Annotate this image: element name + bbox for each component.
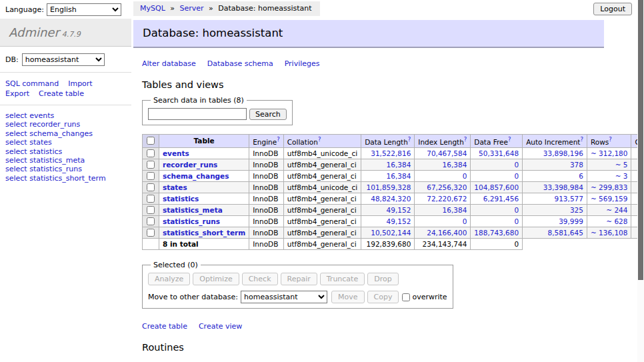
auto-increment-link[interactable]: 325 — [570, 206, 583, 214]
logout-button[interactable]: Logout — [593, 3, 632, 15]
row-checkbox[interactable] — [147, 195, 155, 203]
create-link[interactable]: Create table — [142, 322, 187, 331]
row-checkbox[interactable] — [147, 172, 155, 180]
data-length-link[interactable]: 16,384 — [387, 161, 411, 169]
breadcrumb-link[interactable]: MySQL — [140, 4, 165, 13]
vertical-scrollbar[interactable] — [637, 0, 644, 362]
rows-estimate-link[interactable]: ~ 569,159 — [591, 195, 628, 203]
select-link[interactable]: select — [5, 138, 27, 147]
optimize-button[interactable]: Optimize — [193, 273, 239, 285]
table-name-link[interactable]: statistics_short_term — [163, 229, 245, 237]
table-name-link[interactable]: statistics_runs — [163, 217, 220, 225]
data-length-link[interactable]: 16,384 — [387, 172, 411, 180]
sidebar-table-link[interactable]: statistics_short_term — [29, 174, 105, 183]
table-name-link[interactable]: statistics_meta — [163, 206, 223, 214]
table-name-link[interactable]: events — [163, 149, 189, 157]
scrollbar-thumb[interactable] — [638, 0, 643, 280]
help-link[interactable]: ? — [464, 136, 467, 143]
row-checkbox[interactable] — [147, 183, 155, 191]
database-action-link[interactable]: Database schema — [207, 59, 273, 68]
table-name-link[interactable]: schema_changes — [163, 172, 229, 180]
database-action-link[interactable]: Alter database — [142, 59, 196, 68]
sidebar-table-link[interactable]: states — [29, 138, 52, 147]
overwrite-checkbox[interactable] — [402, 293, 410, 301]
truncate-button[interactable]: Truncate — [320, 273, 365, 285]
help-link[interactable]: ? — [580, 136, 583, 143]
search-button[interactable]: Search — [249, 109, 287, 120]
create-link[interactable]: Create view — [199, 322, 242, 331]
row-checkbox[interactable] — [147, 149, 155, 157]
row-checkbox[interactable] — [147, 206, 155, 214]
data-length-link[interactable]: 49,152 — [387, 206, 411, 214]
table-name-link[interactable]: statistics — [163, 195, 199, 203]
index-length-link[interactable]: 0 — [463, 172, 467, 180]
analyze-button[interactable]: Analyze — [148, 273, 190, 285]
sidebar-link[interactable]: Import — [68, 79, 93, 89]
repair-button[interactable]: Repair — [281, 273, 317, 285]
copy-button[interactable]: Copy — [367, 291, 399, 303]
auto-increment-link[interactable]: 39,999 — [559, 217, 583, 225]
data-length-link[interactable]: 31,522,816 — [371, 149, 411, 157]
language-select[interactable]: English — [47, 3, 121, 16]
index-length-link[interactable]: 24,166,400 — [427, 229, 467, 237]
check-button[interactable]: Check — [242, 273, 278, 285]
data-free-link[interactable]: 0 — [514, 172, 519, 180]
help-link[interactable]: ? — [408, 136, 411, 143]
index-length-link[interactable]: 0 — [463, 217, 467, 225]
index-length-link[interactable]: 16,384 — [443, 206, 467, 214]
rows-estimate-link[interactable]: ~ 312,180 — [591, 149, 628, 157]
drop-button[interactable]: Drop — [367, 273, 398, 285]
database-action-link[interactable]: Privileges — [285, 59, 320, 68]
row-checkbox[interactable] — [147, 229, 155, 237]
auto-increment-link[interactable]: 33,398,984 — [543, 183, 583, 191]
rows-estimate-link[interactable]: ~ 3 — [615, 172, 628, 180]
data-free-link[interactable]: 0 — [514, 217, 519, 225]
data-length-link[interactable]: 10,502,144 — [371, 229, 411, 237]
breadcrumb-link[interactable]: Server — [180, 4, 204, 13]
sidebar-link[interactable]: Export — [5, 89, 29, 99]
sidebar-table-link[interactable]: recorder_runs — [29, 120, 80, 129]
search-input[interactable] — [148, 108, 247, 120]
move-db-select[interactable]: homeassistant — [241, 291, 327, 303]
auto-increment-link[interactable]: 378 — [570, 161, 583, 169]
sidebar-link[interactable]: SQL command — [5, 79, 59, 89]
index-length-link[interactable]: 67,256,320 — [427, 183, 467, 191]
rows-estimate-link[interactable]: ~ 244 — [606, 206, 627, 214]
help-link[interactable]: ? — [318, 136, 321, 143]
select-link[interactable]: select — [5, 120, 27, 129]
data-length-link[interactable]: 49,152 — [387, 217, 411, 225]
move-button[interactable]: Move — [331, 291, 365, 303]
data-free-link[interactable]: 104,857,600 — [474, 183, 519, 191]
data-free-link[interactable]: 0 — [514, 206, 519, 214]
sidebar-table-link[interactable]: statistics_runs — [29, 165, 82, 173]
help-link[interactable]: ? — [609, 136, 612, 143]
auto-increment-link[interactable]: 8,581,645 — [547, 229, 583, 237]
rows-estimate-link[interactable]: ~ 5 — [615, 161, 628, 169]
rows-estimate-link[interactable]: ~ 136,108 — [591, 229, 628, 237]
index-length-link[interactable]: 72,220,672 — [427, 195, 467, 203]
index-length-link[interactable]: 70,467,584 — [427, 149, 467, 157]
select-link[interactable]: select — [5, 156, 27, 165]
select-link[interactable]: select — [5, 174, 27, 183]
data-free-link[interactable]: 6,291,456 — [483, 195, 519, 203]
help-link[interactable]: ? — [277, 136, 280, 143]
select-link[interactable]: select — [5, 165, 27, 173]
sidebar-table-link[interactable]: events — [29, 111, 54, 120]
table-name-link[interactable]: states — [163, 183, 187, 191]
sidebar-table-link[interactable]: statistics_meta — [29, 156, 85, 165]
auto-increment-link[interactable]: 6 — [579, 172, 583, 180]
select-link[interactable]: select — [5, 147, 27, 156]
db-select[interactable]: homeassistant — [22, 53, 105, 66]
data-free-link[interactable]: 0 — [514, 161, 519, 169]
data-free-link[interactable]: 188,743,680 — [474, 229, 519, 237]
auto-increment-link[interactable]: 913,577 — [555, 195, 583, 203]
select-link[interactable]: select — [5, 111, 27, 120]
sidebar-table-link[interactable]: statistics — [29, 147, 62, 156]
data-length-link[interactable]: 48,824,320 — [371, 195, 411, 203]
rows-estimate-link[interactable]: ~ 628 — [606, 217, 627, 225]
row-checkbox[interactable] — [147, 217, 155, 225]
auto-increment-link[interactable]: 33,898,196 — [543, 149, 583, 157]
rows-estimate-link[interactable]: ~ 299,833 — [591, 183, 628, 191]
index-length-link[interactable]: 16,384 — [443, 161, 467, 169]
sidebar-table-link[interactable]: schema_changes — [29, 129, 93, 138]
